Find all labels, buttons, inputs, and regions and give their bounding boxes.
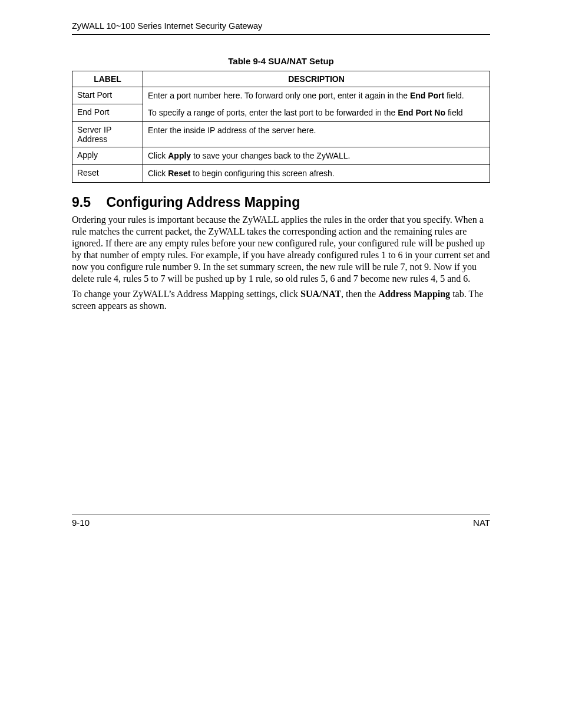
text: Click xyxy=(148,151,168,160)
paragraph: To change your ZyWALL’s Address Mapping … xyxy=(72,288,490,312)
table-row: Apply Click Apply to save your changes b… xyxy=(72,147,490,164)
text-bold: Apply xyxy=(168,151,191,160)
text: field xyxy=(445,108,463,117)
text-bold: End Port No xyxy=(398,108,445,117)
text-bold: End Port xyxy=(410,91,444,100)
table-row: Start Port Enter a port number here. To … xyxy=(72,87,490,104)
cell-label: End Port xyxy=(72,104,143,121)
text: Click xyxy=(148,169,168,178)
cell-description: Enter a port number here. To forward onl… xyxy=(143,87,490,104)
page: ZyWALL 10~100 Series Internet Security G… xyxy=(0,0,562,728)
text: to begin configuring this screen afresh. xyxy=(190,169,334,178)
text: to save your changes back to the ZyWALL. xyxy=(191,151,350,160)
table-row: Server IP Address Enter the inside IP ad… xyxy=(72,121,490,147)
text: Enter a port number here. To forward onl… xyxy=(148,91,410,100)
cell-label: Server IP Address xyxy=(72,121,143,147)
section-heading: 9.5 Configuring Address Mapping xyxy=(72,195,490,210)
cell-description: Click Apply to save your changes back to… xyxy=(143,147,490,164)
text: To change your ZyWALL’s Address Mapping … xyxy=(72,289,300,299)
col-label: LABEL xyxy=(72,71,143,87)
col-description: DESCRIPTION xyxy=(143,71,490,87)
section-number: 9.5 xyxy=(72,195,103,210)
table-header-row: LABEL DESCRIPTION xyxy=(72,71,490,87)
footer-section-name: NAT xyxy=(473,518,490,528)
text-bold: Reset xyxy=(168,169,190,178)
sua-nat-table: LABEL DESCRIPTION Start Port Enter a por… xyxy=(72,71,490,183)
table-row: Reset Click Reset to begin configuring t… xyxy=(72,164,490,182)
page-footer: 9-10 NAT xyxy=(72,515,490,528)
table-row: End Port To specify a range of ports, en… xyxy=(72,104,490,121)
running-header: ZyWALL 10~100 Series Internet Security G… xyxy=(72,21,490,35)
cell-description: Enter the inside IP address of the serve… xyxy=(143,121,490,147)
section-title: Configuring Address Mapping xyxy=(106,195,300,210)
cell-description: Click Reset to begin configuring this sc… xyxy=(143,164,490,182)
text: To specify a range of ports, enter the l… xyxy=(148,108,398,117)
cell-label: Apply xyxy=(72,147,143,164)
table-caption: Table 9-4 SUA/NAT Setup xyxy=(72,56,490,66)
footer-page-number: 9-10 xyxy=(72,518,90,528)
text-bold: SUA/NAT xyxy=(300,289,341,299)
text: , then the xyxy=(341,289,378,299)
cell-label: Reset xyxy=(72,164,143,182)
paragraph: Ordering your rules is important because… xyxy=(72,214,490,285)
cell-label: Start Port xyxy=(72,87,143,104)
text-bold: Address Mapping xyxy=(378,289,450,299)
cell-description: To specify a range of ports, enter the l… xyxy=(143,104,490,121)
text: field. xyxy=(444,91,464,100)
